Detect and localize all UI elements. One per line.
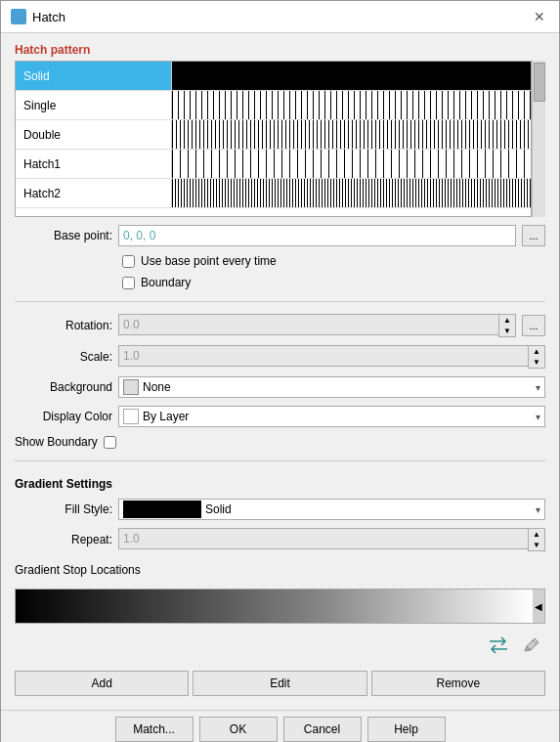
scale-input[interactable]: [118, 345, 528, 367]
fill-style-row: Fill Style: Solid ▾: [15, 499, 545, 520]
close-button[interactable]: ✕: [530, 7, 549, 26]
display-color-label: Display Color: [15, 410, 112, 423]
rotation-down-button[interactable]: ▼: [499, 326, 515, 336]
hatch-dialog: Hatch ✕ Hatch pattern Solid Single D: [0, 0, 560, 742]
pattern-name-single: Single: [16, 91, 172, 119]
show-boundary-row: Show Boundary: [15, 435, 545, 449]
repeat-row: Repeat: ▲ ▼: [15, 528, 545, 551]
window-icon: [11, 9, 26, 24]
repeat-label: Repeat:: [15, 533, 112, 546]
pattern-preview-double: [172, 120, 531, 149]
rotation-row: Rotation: ▲ ▼ ...: [15, 314, 545, 337]
rotation-input[interactable]: [118, 314, 498, 335]
main-content: Hatch pattern Solid Single Double: [1, 33, 559, 710]
base-point-label: Base point:: [15, 229, 112, 242]
background-label: Background: [15, 380, 112, 394]
pattern-preview-hatch2: [172, 179, 531, 207]
pattern-row-solid[interactable]: Solid: [16, 62, 531, 91]
repeat-down-button[interactable]: ▼: [529, 540, 544, 550]
boundary-label: Boundary: [141, 276, 191, 289]
pattern-row-single[interactable]: Single: [16, 91, 531, 120]
edit-button[interactable]: Edit: [193, 671, 366, 696]
match-button[interactable]: Match...: [115, 717, 194, 742]
repeat-spinner: ▲ ▼: [528, 528, 545, 551]
background-select[interactable]: None ▾: [118, 376, 545, 398]
fill-style-label: Fill Style:: [15, 502, 112, 516]
icon-row: [15, 632, 545, 659]
fill-style-value: Solid: [205, 502, 532, 516]
repeat-input-wrap: ▲ ▼: [118, 528, 545, 551]
pattern-list-scrollbar[interactable]: [532, 61, 545, 217]
scale-spinner: ▲ ▼: [528, 345, 545, 369]
scale-input-wrap: ▲ ▼: [118, 345, 545, 369]
scale-up-button[interactable]: ▲: [529, 346, 544, 357]
help-button[interactable]: Help: [367, 717, 446, 742]
divider-2: [15, 460, 545, 461]
rotation-input-wrap: ▲ ▼: [118, 314, 516, 337]
base-point-input[interactable]: [118, 225, 516, 246]
boundary-row: Boundary: [15, 276, 545, 289]
swap-button[interactable]: [485, 633, 512, 657]
rotation-label: Rotation:: [15, 319, 112, 332]
background-value: None: [143, 380, 532, 394]
scale-row: Scale: ▲ ▼: [15, 345, 545, 369]
display-color-box: [123, 409, 139, 424]
title-bar: Hatch ✕: [1, 1, 559, 33]
display-color-row: Display Color By Layer ▾: [15, 406, 545, 427]
show-boundary-label: Show Boundary: [15, 435, 98, 449]
action-buttons-row: Match... OK Cancel Help: [1, 710, 559, 742]
pattern-preview-hatch1: [172, 150, 531, 178]
scale-label: Scale:: [15, 350, 112, 364]
window-title: Hatch: [32, 10, 524, 24]
remove-button[interactable]: Remove: [371, 671, 545, 696]
hatch-pattern-section: Hatch pattern Solid Single Double: [15, 43, 545, 217]
divider-1: [15, 301, 545, 302]
eyedropper-button[interactable]: [518, 633, 545, 657]
use-base-point-label: Use base point every time: [141, 254, 277, 268]
pattern-row-double[interactable]: Double: [16, 120, 531, 150]
pattern-row-hatch1[interactable]: Hatch1: [16, 150, 531, 179]
pattern-name-double: Double: [16, 120, 172, 149]
base-point-row: Base point: ...: [15, 225, 545, 246]
pattern-name-hatch2: Hatch2: [16, 179, 172, 207]
use-base-point-row: Use base point every time: [15, 254, 545, 268]
display-color-dropdown-arrow: ▾: [536, 412, 540, 422]
rotation-spinner: ▲ ▼: [498, 314, 516, 337]
pattern-row-hatch2[interactable]: Hatch2: [16, 179, 531, 208]
pattern-preview-solid: [172, 62, 531, 90]
hatch-pattern-list[interactable]: Solid Single Double Hatch1: [15, 61, 532, 217]
ok-button[interactable]: OK: [199, 717, 278, 742]
rotation-up-button[interactable]: ▲: [499, 315, 515, 326]
fill-style-dropdown-arrow: ▾: [536, 504, 540, 515]
background-dropdown-arrow: ▾: [536, 382, 540, 393]
gradient-stop-label: Gradient Stop Locations: [15, 563, 545, 577]
gradient-bar: [16, 589, 533, 623]
display-color-select[interactable]: By Layer ▾: [118, 406, 545, 427]
scale-down-button[interactable]: ▼: [529, 357, 544, 368]
fill-style-select[interactable]: Solid ▾: [118, 499, 545, 520]
fill-style-preview: [123, 501, 201, 518]
background-row: Background None ▾: [15, 376, 545, 398]
repeat-input[interactable]: [118, 528, 528, 549]
repeat-up-button[interactable]: ▲: [529, 529, 544, 540]
add-button[interactable]: Add: [15, 671, 189, 696]
cancel-button[interactable]: Cancel: [283, 717, 362, 742]
gradient-settings-label: Gradient Settings: [15, 477, 545, 491]
scroll-thumb: [534, 63, 545, 102]
gradient-bar-wrap: ◀: [15, 589, 545, 624]
display-color-value: By Layer: [143, 410, 532, 423]
hatch-pattern-label: Hatch pattern: [15, 43, 545, 57]
pattern-name-hatch1: Hatch1: [16, 150, 172, 178]
pattern-preview-single: [172, 91, 531, 119]
base-point-dots-button[interactable]: ...: [522, 225, 545, 246]
use-base-point-checkbox[interactable]: [122, 255, 135, 268]
rotation-dots-button[interactable]: ...: [522, 315, 545, 336]
add-edit-remove-row: Add Edit Remove: [15, 667, 545, 700]
pattern-name-solid: Solid: [16, 62, 172, 90]
background-color-box: [123, 379, 139, 395]
gradient-arrow-button[interactable]: ◀: [533, 589, 544, 623]
show-boundary-checkbox[interactable]: [104, 436, 116, 449]
boundary-checkbox[interactable]: [122, 277, 135, 289]
